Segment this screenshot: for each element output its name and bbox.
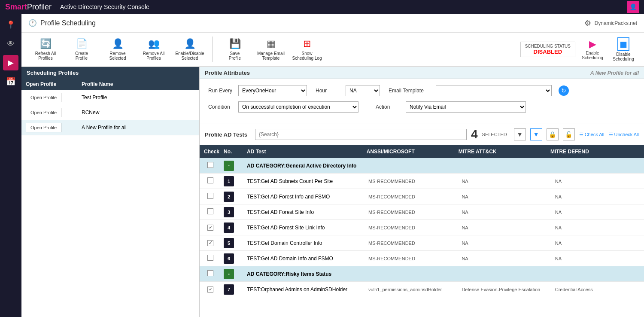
ad-tests-table: Check No. AD Test ANSSI/MICROSOFT MITRE … [200, 145, 644, 317]
header-right: ⚙ DynamicPacks.net [584, 18, 637, 28]
create-icon: 📄 [76, 38, 88, 49]
open-profile-button[interactable]: Open Profile [26, 123, 61, 132]
sidebar-icon-location[interactable]: 📍 [3, 17, 18, 33]
save-profile-button[interactable]: 💾 Save Profile [218, 35, 252, 64]
remove-selected-button[interactable]: 👤 Remove Selected [100, 35, 135, 64]
app-title-smart: Smart [5, 3, 27, 12]
td-no: - [221, 267, 243, 281]
row-checkbox[interactable] [207, 255, 213, 261]
col-header-name: Profile Name [77, 79, 199, 90]
check-all-icon: ☰ [579, 132, 583, 137]
row-number: 4 [224, 223, 234, 233]
uncheck-all-button[interactable]: ☰ Uncheck All [609, 132, 639, 137]
filter-unlock-button[interactable]: 🔓 [563, 128, 575, 140]
create-profile-button[interactable]: 📄 Create Profile [64, 35, 99, 64]
disable-scheduling-button[interactable]: ◼ Disable Scheduling [610, 37, 637, 61]
td-anssi: MS-RECOMMENDED [364, 192, 457, 201]
filter-button-2[interactable]: ▼ [530, 128, 542, 140]
td-check [200, 284, 221, 294]
td-mitreatk: NA [457, 254, 550, 263]
hour-label: Hour [316, 88, 341, 94]
td-mitreatk: NA [457, 192, 550, 201]
profile-row: Open Profile A New Profile for all [21, 120, 199, 135]
td-adtest: AD CATEGORY:General Active Directory Inf… [243, 161, 364, 171]
row-number: 5 [224, 238, 234, 248]
enable-disable-selected-button[interactable]: 👤 Enable/Disable Selected [173, 35, 207, 64]
row-checkbox[interactable] [207, 240, 213, 246]
open-profile-button[interactable]: Open Profile [26, 108, 61, 117]
col-header-open: Open Profile [21, 79, 77, 90]
sidebar-icon-play[interactable]: ▶ [3, 55, 18, 70]
right-panel-header: Profile Attributes A New Profile for all [200, 67, 644, 79]
td-mitredef: NA [551, 192, 644, 201]
page-title: Profile Scheduling [40, 19, 96, 27]
show-log-button[interactable]: ⊞ Show Scheduling Log [290, 35, 324, 64]
manage-email-template-button[interactable]: ▦ Manage Email Template [254, 35, 288, 64]
td-mitreatk [457, 272, 550, 276]
uncheck-all-icon: ☰ [609, 132, 613, 137]
table-row: 1 TEST:Get AD Subnets Count Per Site MS-… [200, 174, 644, 189]
sidebar-icon-calendar[interactable]: 📅 [3, 74, 18, 89]
th-scroll [638, 145, 644, 158]
table-row: - AD CATEGORY:General Active Directory I… [200, 158, 644, 174]
refresh-all-profiles-button[interactable]: 🔄 Refresh All Profiles [28, 35, 63, 64]
th-no: No. [221, 145, 243, 158]
row-checkbox[interactable] [207, 162, 213, 168]
ad-tests-title: Profile AD Tests [205, 131, 247, 138]
sidebar-icon-eye[interactable]: 👁 [3, 36, 18, 52]
td-mitredef: NA [551, 223, 644, 232]
open-profile-button[interactable]: Open Profile [26, 93, 61, 102]
td-check [200, 268, 221, 279]
profile-row: Open Profile Test Profile [21, 90, 199, 105]
row-checkbox[interactable] [207, 177, 213, 183]
attr-row-condition: Condition On successful completion of ex… [208, 101, 635, 113]
email-template-select[interactable] [436, 85, 552, 96]
manage-email-label: Manage Email Template [257, 51, 285, 61]
row-number: 2 [224, 192, 234, 202]
hour-select[interactable]: NA 1 2 [346, 85, 380, 96]
table-row: 5 TEST:Get Domain Controller Info MS-REC… [200, 235, 644, 251]
show-log-icon: ⊞ [303, 38, 311, 49]
check-all-button[interactable]: ☰ Check All [579, 132, 605, 137]
td-mitreatk: Defense Evasion-Privilege Escalation [457, 285, 550, 294]
row-checkbox[interactable] [207, 193, 213, 199]
save-icon: 💾 [229, 38, 241, 49]
row-checkbox[interactable] [207, 270, 213, 276]
toolbar: 🔄 Refresh All Profiles 📄 Create Profile … [21, 33, 644, 67]
table-row: 3 TEST:Get AD Forest Site Info MS-RECOMM… [200, 204, 644, 220]
td-anssi: MS-RECOMMENDED [364, 177, 457, 186]
td-adtest: TEST:Get AD Domain Info and FSMO [243, 254, 364, 263]
ad-tests-search[interactable] [255, 129, 467, 140]
remove-all-profiles-button[interactable]: 👥 Remove All Profiles [137, 35, 171, 64]
td-mitredef: NA [551, 177, 644, 186]
td-no: 1 [221, 174, 243, 188]
settings-icon[interactable]: ⚙ [584, 18, 591, 28]
selected-count: 4 [471, 128, 478, 141]
show-log-label: Show Scheduling Log [292, 51, 322, 61]
toolbar-divider-1 [212, 37, 213, 62]
condition-select[interactable]: On successful completion of execution Al… [238, 101, 358, 113]
enable-scheduling-button[interactable]: ▶ Enable Scheduling [579, 39, 606, 60]
td-no: - [221, 159, 243, 173]
row-checkbox[interactable] [207, 287, 213, 293]
row-checkbox[interactable] [207, 208, 213, 214]
td-mitreatk [457, 164, 550, 168]
td-mitredef: Credential Access [551, 285, 644, 294]
email-template-label: Email Template [389, 88, 431, 94]
action-select[interactable]: Notify Via Email No Action [406, 101, 526, 113]
filter-lock-button[interactable]: 🔒 [547, 128, 559, 140]
td-mitredef: NA [551, 239, 644, 247]
row-checkbox[interactable] [207, 225, 213, 231]
run-every-select[interactable]: EveryOneHour EveryTwoHours Daily [238, 85, 307, 96]
top-right-avatar[interactable]: 👤 [627, 1, 639, 13]
td-adtest: TEST:Get AD Forest Info and FSMO [243, 192, 364, 201]
td-adtest: TEST:Orphaned Admins on AdminSDHolder [243, 285, 364, 294]
refresh-email-button[interactable]: ↻ [559, 85, 569, 96]
filter-button-1[interactable]: ▼ [514, 128, 526, 140]
table-row: - AD CATEGORY:Risky Items Status [200, 266, 644, 282]
td-mitreatk: NA [457, 223, 550, 232]
toolbar-right: SCHEDULING STATUS DISABLED ▶ Enable Sche… [520, 37, 637, 61]
panels: Scheduling Profiles Open Profile Profile… [21, 67, 644, 317]
clock-icon: 🕐 [28, 19, 37, 27]
td-check [200, 160, 221, 171]
